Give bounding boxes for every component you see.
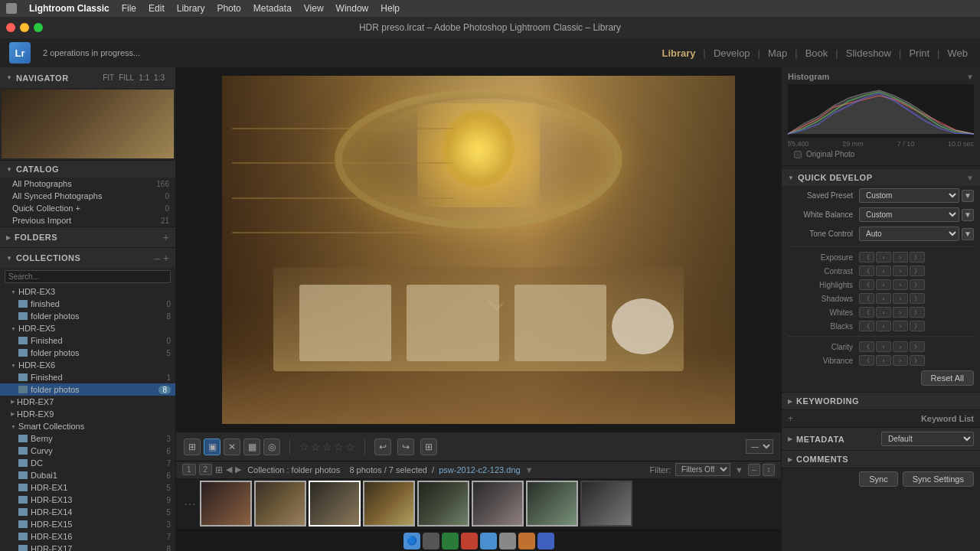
folders-header[interactable]: ▶ Folders + [0,227,175,247]
vibrance-down-2[interactable]: 《 [859,355,874,366]
view-1-btn[interactable]: 1 [182,464,196,475]
tree-hdr-ex7[interactable]: ▶ HDR-EX7 [0,396,175,408]
thumb-6[interactable] [472,481,524,527]
tree-hdr-ex17[interactable]: HDR-EX17 8 [0,543,175,551]
highlights-up-2[interactable]: 》 [910,279,925,290]
thumb-2[interactable] [254,481,306,527]
dock-ps[interactable] [518,533,535,549]
white-balance-arrow[interactable]: ▼ [962,209,974,221]
comments-header[interactable]: ▶ Comments [782,451,980,468]
collections-header[interactable]: ▼ Collections – + [0,248,175,268]
thumb-8[interactable] [580,481,632,527]
saved-preset-arrow[interactable]: ▼ [962,190,974,202]
tree-hdr-ex15[interactable]: HDR-EX15 3 [0,518,175,530]
quick-develop-header[interactable]: ▼ Quick Develop ▼ [782,169,980,186]
thumb-1[interactable] [200,481,252,527]
tone-control-arrow[interactable]: ▼ [962,228,974,240]
grid-view-btn[interactable]: ⊞ [184,439,201,455]
menu-metadata[interactable]: Metadata [253,3,292,14]
menu-file[interactable]: File [122,3,136,14]
keyword-list-add-icon[interactable]: + [788,413,793,424]
highlights-down-2[interactable]: 《 [859,279,874,290]
nav-prev-btn[interactable]: ◀ [226,465,232,474]
collections-add-icon[interactable]: + [163,252,169,264]
main-image-area[interactable] [176,67,781,432]
thumb-3[interactable] [309,481,361,527]
nav-book[interactable]: Book [802,46,831,60]
nav-library[interactable]: Library [658,46,698,60]
compare-view-btn[interactable]: ✕ [224,439,240,455]
filmstrip-sync-btn[interactable]: ↕ [763,464,775,476]
dock-app-3[interactable] [461,533,478,549]
tree-berny[interactable]: Berny 3 [0,432,175,445]
whites-up-2[interactable]: 》 [910,307,925,318]
people-view-btn[interactable]: ◎ [263,439,280,455]
tree-hdr-ex13[interactable]: HDR-EX13 9 [0,494,175,506]
nav-fill[interactable]: FILL [119,73,134,82]
maximize-button[interactable] [34,23,43,32]
filter-select[interactable]: Filters Off [675,463,730,476]
view-2-btn[interactable]: 2 [199,464,213,475]
tree-dc[interactable]: DC 7 [0,457,175,469]
highlights-down-1[interactable]: ‹ [876,279,891,290]
shadows-up-2[interactable]: 》 [910,293,925,304]
blacks-up-1[interactable]: › [893,321,908,331]
nav-1to1[interactable]: 1:1 [139,73,149,82]
star-4[interactable]: ☆ [334,441,344,453]
tree-hdr-ex3[interactable]: ▼ HDR-EX3 [0,285,175,298]
vibrance-up-1[interactable]: › [893,355,908,366]
thumb-4[interactable] [363,481,415,527]
rotate-left-btn[interactable]: ↩ [374,439,391,455]
dock-lr[interactable] [537,533,554,549]
survey-view-btn[interactable]: ▦ [243,439,260,455]
tree-hdr-ex9[interactable]: ▶ HDR-EX9 [0,408,175,420]
loupe-view-btn[interactable]: ▣ [204,439,220,455]
metadata-header[interactable]: ▶ Metadata Default [782,428,980,450]
menu-photo[interactable]: Photo [217,3,240,14]
tree-hdr-ex16[interactable]: HDR-EX16 7 [0,530,175,543]
collections-remove-icon[interactable]: – [154,252,160,264]
collections-search[interactable] [5,270,171,283]
tree-ex3-folder-photos[interactable]: folder photos 8 [0,310,175,322]
tree-ex5-finished[interactable]: Finished 0 [0,334,175,347]
tree-hdr-ex1[interactable]: HDR-EX1 5 [0,481,175,494]
nav-1to3[interactable]: 1:3 [154,73,165,82]
navigator-header[interactable]: ▼ Navigator FIT FILL 1:1 1:3 [0,67,175,88]
catalog-header[interactable]: ▼ Catalog [0,161,175,178]
catalog-quick-collection[interactable]: Quick Collection + 0 [0,202,175,214]
nav-develop[interactable]: Develop [710,46,753,60]
menu-help[interactable]: Help [381,3,400,14]
qd-expand-icon[interactable]: ▼ [966,174,974,182]
white-balance-select[interactable]: Custom [859,207,959,222]
dock-app-2[interactable] [442,533,459,549]
exposure-up-2[interactable]: 》 [910,252,925,262]
original-photo-checkbox[interactable] [794,151,802,158]
shadows-down-1[interactable]: ‹ [876,293,891,304]
filmstrip-settings-btn[interactable]: – [748,464,760,476]
filter-options-btn[interactable]: ▼ [735,465,743,474]
contrast-up-1[interactable]: › [893,266,908,276]
tree-ex6-finished[interactable]: Finished 1 [0,371,175,383]
nav-web[interactable]: Web [945,46,972,60]
clarity-down-2[interactable]: 《 [859,341,874,352]
menu-edit[interactable]: Edit [149,3,165,14]
folders-add-icon[interactable]: + [163,231,169,243]
sync-btn[interactable]: Sync [859,471,897,487]
catalog-previous-import[interactable]: Previous Import 21 [0,214,175,227]
whites-down-2[interactable]: 《 [859,307,874,318]
metadata-preset-select[interactable]: Default [881,432,974,446]
reset-all-btn[interactable]: Reset All [921,370,974,386]
nav-next-btn[interactable]: ▶ [235,465,241,474]
blacks-down-2[interactable]: 《 [859,321,874,331]
tree-smart-collections[interactable]: ▼ Smart Collections [0,420,175,432]
thumb-5[interactable] [417,481,469,527]
shadows-down-2[interactable]: 《 [859,293,874,304]
exposure-down-2[interactable]: 《 [859,252,874,262]
clarity-down-1[interactable]: ‹ [876,341,891,352]
grid-small-btn[interactable]: ⊞ [215,465,223,475]
star-2[interactable]: ☆ [311,441,321,453]
nav-print[interactable]: Print [906,46,933,60]
tree-ex3-finished[interactable]: finished 0 [0,298,175,310]
sync-settings-btn[interactable]: Sync Settings [903,471,974,487]
tree-dubai1[interactable]: Dubai1 6 [0,469,175,481]
